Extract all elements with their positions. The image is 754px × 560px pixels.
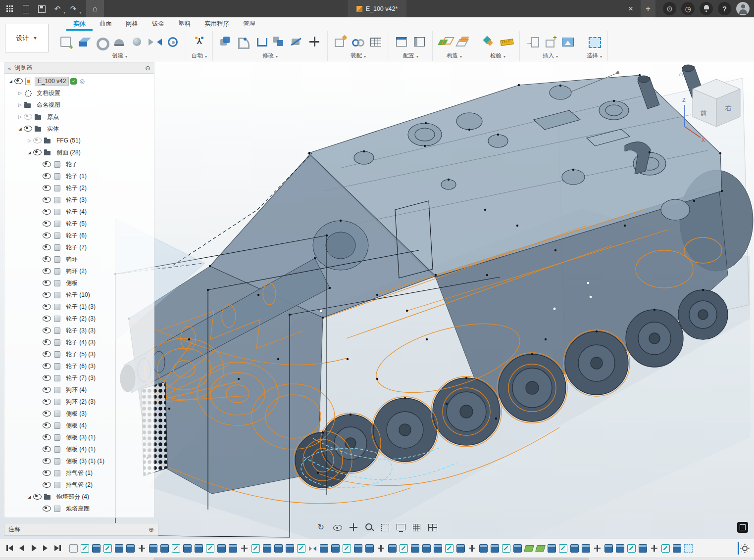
visibility-eye-icon[interactable] [43, 351, 51, 357]
feature-extrude-icon[interactable] [479, 544, 488, 553]
configure-icon[interactable] [395, 35, 409, 49]
browser-node[interactable]: 轮子 (3) [4, 194, 154, 206]
feature-sketch-icon[interactable] [400, 544, 408, 553]
visibility-eye-icon[interactable] [43, 304, 51, 310]
browser-node[interactable]: 侧板 (3) (1) (1) [4, 455, 154, 467]
revolve-icon[interactable] [95, 35, 109, 49]
insert-derive-icon[interactable] [525, 35, 540, 49]
visibility-eye-icon[interactable] [43, 185, 51, 191]
viewport-canvas[interactable]: ⌂ 前 右 Z X « 浏览器 ⊖ E_100 v42✓◎文档设置命名视图原点实… [0, 61, 754, 539]
visibility-eye-icon[interactable] [43, 375, 51, 381]
browser-node[interactable]: 排气管 (2) [4, 479, 154, 491]
collapse-panel-icon[interactable]: « [8, 65, 11, 71]
browser-node[interactable]: 轮子 (1) [4, 170, 154, 182]
step-forward-icon[interactable] [41, 544, 50, 553]
minimize-panel-icon[interactable]: ⊖ [145, 65, 151, 71]
expand-arrow-icon[interactable] [17, 114, 23, 119]
visibility-eye-icon[interactable] [43, 161, 51, 167]
feature-move-icon[interactable] [593, 544, 602, 553]
visibility-eye-icon[interactable] [33, 138, 42, 143]
visibility-eye-icon[interactable] [33, 494, 42, 500]
browser-node[interactable]: 轮子 (7) [4, 241, 154, 253]
feature-move-icon[interactable] [138, 544, 146, 553]
combine-icon[interactable] [272, 35, 286, 49]
feature-extrude-icon[interactable] [183, 544, 192, 553]
ribbon-group-label[interactable]: 自动 [192, 51, 207, 59]
expand-comments-icon[interactable]: ⊕ [149, 526, 154, 533]
visibility-eye-icon[interactable] [43, 268, 51, 274]
zoom-icon[interactable] [364, 522, 375, 533]
browser-node[interactable]: 轮子 (2) [4, 182, 154, 194]
feature-sketch-icon[interactable] [502, 544, 510, 553]
offset-plane-icon[interactable] [456, 35, 470, 49]
feature-extrude-icon[interactable] [616, 544, 624, 553]
visibility-eye-icon[interactable] [43, 422, 51, 428]
sphere-icon[interactable] [130, 35, 145, 49]
expand-arrow-icon[interactable] [26, 494, 33, 499]
document-tab[interactable]: E_100 v42* [348, 0, 407, 17]
notifications-icon[interactable] [700, 2, 713, 15]
browser-node[interactable]: 轮子 (6) [4, 230, 154, 241]
visibility-eye-icon[interactable] [24, 114, 32, 120]
ribbon-tab[interactable]: 曲面 [93, 18, 119, 31]
configuration-table-icon[interactable] [412, 35, 427, 49]
feature-extrude-icon[interactable] [422, 544, 431, 553]
play-icon[interactable] [29, 544, 38, 553]
viewcube[interactable]: ⌂ 前 右 Z X [674, 68, 748, 142]
feature-extrude-icon[interactable] [513, 544, 522, 553]
expand-arrow-icon[interactable] [17, 91, 23, 95]
feature-extrude-icon[interactable] [320, 544, 328, 553]
visibility-eye-icon[interactable] [43, 233, 51, 238]
expand-arrow-icon[interactable] [7, 79, 14, 84]
visibility-eye-icon[interactable] [43, 280, 51, 286]
activate-component-icon[interactable]: ◎ [79, 78, 84, 85]
feature-extrude-icon[interactable] [149, 544, 157, 553]
ribbon-tab[interactable]: 管理 [236, 18, 262, 31]
feature-extrude-icon[interactable] [274, 544, 283, 553]
feature-sketch-icon[interactable] [172, 544, 180, 553]
feature-extrude-icon[interactable] [217, 544, 226, 553]
browser-node[interactable]: 轮子 (3) (3) [4, 325, 154, 336]
visibility-eye-icon[interactable] [43, 458, 51, 464]
feature-extrude-icon[interactable] [604, 544, 613, 553]
feature-extrude-icon[interactable] [491, 544, 499, 553]
ribbon-tab[interactable]: 实体 [66, 18, 93, 31]
feature-extrude-icon[interactable] [639, 544, 647, 553]
joint-icon[interactable] [351, 35, 365, 49]
browser-node[interactable]: FFG (51) [4, 135, 154, 146]
select-icon[interactable] [587, 35, 602, 49]
browser-node[interactable]: 炮塔座圈 [4, 503, 154, 514]
grid-settings-icon[interactable] [411, 522, 422, 533]
ribbon-group-label[interactable]: 构造 [447, 51, 462, 59]
expand-arrow-icon[interactable] [26, 138, 33, 143]
feature-extrude-icon[interactable] [263, 544, 271, 553]
browser-node[interactable]: 轮子 (1) (3) [4, 301, 154, 313]
ribbon-group-label[interactable]: 选择 [587, 51, 602, 59]
browser-node[interactable]: 轮子 (10) [4, 289, 154, 301]
browser-node[interactable]: 文档设置 [4, 87, 154, 99]
feature-sketch-icon[interactable] [627, 544, 636, 553]
undo-icon[interactable] [51, 2, 64, 15]
visibility-eye-icon[interactable] [33, 149, 42, 155]
close-icon[interactable] [624, 2, 637, 15]
home-icon[interactable] [86, 0, 104, 17]
orbit-icon[interactable] [316, 522, 327, 533]
browser-node[interactable]: 侧板 (4) (1) [4, 443, 154, 455]
construction-plane-icon[interactable] [438, 35, 452, 49]
feature-move-icon[interactable] [650, 544, 658, 553]
feature-plane-icon[interactable] [535, 545, 546, 552]
look-at-icon[interactable] [332, 522, 343, 533]
feature-sketch-icon[interactable] [251, 544, 260, 553]
visibility-eye-icon[interactable] [43, 363, 51, 369]
visibility-eye-icon[interactable] [43, 327, 51, 333]
expand-arrow-icon[interactable] [17, 126, 23, 131]
feature-move-icon[interactable] [468, 544, 476, 553]
design-workspace-menu[interactable]: 设计 ▼ [5, 24, 49, 52]
move-icon[interactable] [307, 35, 322, 49]
browser-node[interactable]: 轮子 (4) (3) [4, 336, 154, 348]
feature-extrude-icon[interactable] [570, 544, 579, 553]
feature-extrude-icon[interactable] [411, 544, 419, 553]
feature-sketch-icon[interactable] [81, 544, 89, 553]
visibility-eye-icon[interactable] [43, 244, 51, 250]
feature-sketch-icon[interactable] [559, 544, 567, 553]
